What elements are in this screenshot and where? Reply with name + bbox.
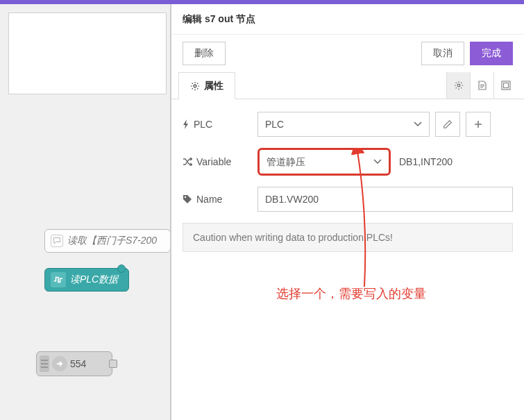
- shuffle-icon: [183, 158, 192, 166]
- comment-icon: [51, 235, 63, 247]
- tab-settings-icon[interactable]: [446, 72, 470, 99]
- name-label-text: Name: [196, 194, 222, 205]
- variable-label: Variable: [183, 156, 252, 167]
- inject-node-label: 554: [70, 358, 86, 369]
- done-button[interactable]: 完成: [470, 42, 513, 65]
- svg-point-4: [185, 196, 186, 198]
- grip-icon: [40, 355, 49, 372]
- panel-action-bar: 删除 取消 完成: [171, 35, 524, 72]
- plc-node-label: 读PLC数据: [70, 274, 118, 286]
- tab-appearance-icon[interactable]: [493, 72, 517, 99]
- add-plc-button[interactable]: [466, 112, 491, 137]
- panel-title: 编辑 s7 out 节点: [171, 4, 524, 35]
- canvas-viewport: [8, 12, 167, 94]
- panel-tabs: 属性: [171, 72, 524, 99]
- pencil-icon: [443, 119, 453, 129]
- function-node-label: 读取【西门子S7-200: [67, 235, 157, 247]
- plc-data-node[interactable]: 读PLC数据: [44, 268, 129, 292]
- inject-arrow-icon: [52, 356, 67, 371]
- gear-icon: [190, 81, 200, 91]
- name-input[interactable]: [257, 187, 513, 212]
- svg-point-1: [457, 84, 460, 87]
- tab-properties-label: 属性: [204, 80, 223, 92]
- delete-button[interactable]: 删除: [183, 42, 226, 65]
- svg-point-0: [194, 85, 196, 87]
- pulse-icon: [51, 272, 66, 287]
- bolt-icon: [183, 119, 189, 129]
- form-body: PLC PLC Variable: [171, 99, 524, 264]
- annotation-text: 选择一个，需要写入的变量: [276, 285, 426, 302]
- svg-rect-3: [503, 83, 508, 88]
- caution-message: Caution when writing data to production …: [183, 223, 513, 252]
- tab-properties[interactable]: 属性: [178, 72, 235, 99]
- variable-address: DB1,INT200: [399, 156, 453, 167]
- plc-label-text: PLC: [194, 119, 212, 130]
- name-row: Name: [183, 187, 513, 212]
- variable-row: Variable 管道静压 DB1,INT200: [183, 148, 513, 176]
- plc-select[interactable]: PLC: [257, 112, 430, 137]
- plc-label: PLC: [183, 119, 252, 130]
- tab-document-icon[interactable]: [470, 72, 493, 99]
- cancel-button[interactable]: 取消: [421, 42, 464, 65]
- svg-rect-2: [502, 81, 510, 90]
- function-node-read[interactable]: 读取【西门子S7-200: [44, 229, 171, 253]
- variable-label-text: Variable: [196, 156, 231, 167]
- plc-row: PLC PLC: [183, 112, 513, 137]
- node-output-port[interactable]: [109, 360, 117, 368]
- flow-canvas[interactable]: 读取【西门子S7-200 读PLC数据 554: [0, 4, 171, 420]
- edit-plc-button[interactable]: [435, 112, 460, 137]
- inject-node[interactable]: 554: [36, 351, 112, 376]
- edit-panel: 编辑 s7 out 节点 删除 取消 完成 属性: [171, 4, 524, 420]
- tag-icon: [183, 194, 192, 204]
- plus-icon: [473, 119, 483, 129]
- name-label: Name: [183, 194, 252, 205]
- variable-select[interactable]: 管道静压: [257, 148, 391, 176]
